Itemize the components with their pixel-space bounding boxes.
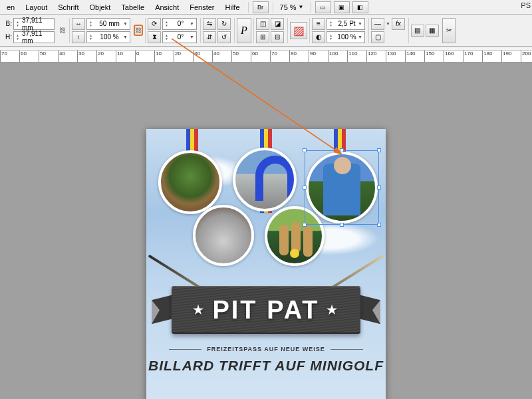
ruler-tick: 120 bbox=[366, 51, 376, 63]
opacity-input[interactable]: ▲▼100 %▼ bbox=[327, 31, 365, 43]
size-group: B: ▲▼37,911 mm H: ▲▼37,911 mm bbox=[3, 18, 55, 43]
ruler-tick: 60 bbox=[19, 51, 27, 63]
crop-button[interactable]: ✂ bbox=[442, 18, 456, 43]
chevron-down-icon: ▼ bbox=[190, 35, 194, 39]
separator bbox=[408, 18, 409, 43]
height-input[interactable]: ▲▼37,911 mm bbox=[13, 31, 55, 43]
select-content-button[interactable]: ◪ bbox=[271, 18, 284, 30]
flip-vertical-button[interactable]: ⇵ bbox=[203, 31, 216, 43]
stepper-icon: ▲▼ bbox=[329, 21, 336, 27]
rotate-cw-button[interactable]: ↻ bbox=[217, 18, 231, 30]
handle[interactable] bbox=[303, 223, 307, 227]
horizontal-ruler[interactable]: 7060504030201001020304050607080901001101… bbox=[0, 51, 532, 63]
ruler-tick: 110 bbox=[347, 51, 357, 63]
text-wrap-none-button[interactable]: ▤ bbox=[411, 25, 424, 37]
view-mode-button-1[interactable]: ▭ bbox=[315, 1, 331, 13]
zoom-value: 75 % bbox=[280, 3, 297, 11]
height-value: 37,911 mm bbox=[22, 30, 52, 45]
handle[interactable] bbox=[303, 148, 307, 152]
paragraph-style-button[interactable]: P bbox=[237, 18, 251, 43]
handle[interactable] bbox=[303, 186, 307, 190]
star-icon: ★ bbox=[193, 303, 205, 317]
constrain-proportions-wh[interactable]: ⛓ bbox=[58, 27, 67, 34]
width-value: 37,911 mm bbox=[22, 17, 52, 31]
ruler-tick: 150 bbox=[424, 51, 434, 63]
flip-horizontal-button[interactable]: ⇋ bbox=[203, 18, 216, 30]
handle[interactable] bbox=[377, 223, 381, 227]
rotate-group: ⟳ ▲▼0°▼ ⧗ ▲▼0°▼ bbox=[148, 18, 197, 43]
chevron-down-icon: ▼ bbox=[123, 35, 128, 39]
rotation-input[interactable]: ▲▼0°▼ bbox=[162, 18, 197, 30]
menu-fenster[interactable]: Fenster bbox=[184, 2, 219, 13]
menu-schrift[interactable]: Schrift bbox=[53, 2, 84, 13]
ruler-tick: 50 bbox=[231, 51, 239, 63]
ruler-tick: 80 bbox=[289, 51, 297, 63]
ruler-tick: 190 bbox=[501, 51, 511, 63]
stepper-icon: ▲▼ bbox=[16, 21, 22, 27]
select-container-button[interactable]: ◫ bbox=[256, 18, 269, 30]
handle[interactable] bbox=[377, 186, 381, 190]
rotate-ccw-button[interactable]: ↺ bbox=[217, 31, 231, 43]
fill-frame-button[interactable]: ⊟ bbox=[271, 31, 284, 43]
stroke-weight-input[interactable]: ▲▼2,5 Pt▼ bbox=[327, 18, 365, 30]
handle[interactable] bbox=[340, 223, 344, 227]
flip-group: ⇋↻ ⇵↺ bbox=[203, 18, 231, 43]
shear-input[interactable]: ▲▼0°▼ bbox=[162, 31, 197, 43]
menu-objekt[interactable]: Objekt bbox=[84, 2, 116, 13]
ruler-tick: 50 bbox=[39, 51, 46, 63]
menu-hilfe[interactable]: Hilfe bbox=[220, 2, 245, 13]
photo-circle-1[interactable] bbox=[158, 150, 222, 214]
view-mode-button-3[interactable]: ◧ bbox=[352, 1, 368, 13]
zoom-dropdown[interactable]: 75 %▼ bbox=[280, 3, 304, 11]
tagline-row: FREIZEITSPASS AUF NEUE WEISE bbox=[169, 346, 363, 352]
document-page[interactable]: ★PIT PAT★ FREIZEITSPASS AUF NEUE WEISE B… bbox=[146, 129, 386, 399]
chevron-down-icon: ▼ bbox=[299, 4, 304, 10]
scale-y-input[interactable]: ▲▼100 %▼ bbox=[86, 31, 130, 43]
ruler-tick: 170 bbox=[463, 51, 473, 63]
text-wrap-bounding-button[interactable]: ▦ bbox=[426, 25, 439, 37]
constrain-proportions-scale[interactable]: ⛓ bbox=[134, 25, 143, 36]
ruler-tick: 20 bbox=[174, 51, 181, 63]
ruler-tick: 10 bbox=[154, 51, 162, 63]
photo-circle-2[interactable] bbox=[233, 148, 297, 211]
view-mode-button-2[interactable]: ▣ bbox=[334, 1, 350, 13]
effects-button[interactable]: fx bbox=[392, 18, 405, 30]
handle[interactable] bbox=[340, 148, 344, 152]
shear-icon: ⧗ bbox=[148, 31, 161, 43]
stepper-icon: ▲▼ bbox=[16, 34, 22, 41]
canvas[interactable]: ★PIT PAT★ FREIZEITSPASS AUF NEUE WEISE B… bbox=[0, 63, 532, 399]
ruler-tick: 160 bbox=[444, 51, 454, 63]
menu-tabelle[interactable]: Tabelle bbox=[116, 2, 150, 13]
scale-y-icon: ↕ bbox=[72, 31, 85, 43]
stepper-icon: ▲▼ bbox=[89, 21, 96, 27]
stroke-style-button[interactable]: — bbox=[371, 18, 384, 30]
shear-value: 0° bbox=[178, 33, 184, 41]
opacity-value: 100 % bbox=[337, 33, 356, 41]
menubar: en Layout Schrift Objekt Tabelle Ansicht… bbox=[0, 0, 532, 15]
stroke-weight-value: 2,5 Pt bbox=[338, 20, 355, 27]
bridge-button[interactable]: Br bbox=[253, 1, 269, 13]
width-label: B: bbox=[3, 20, 12, 27]
menu-ansicht[interactable]: Ansicht bbox=[150, 2, 184, 13]
width-input[interactable]: ▲▼37,911 mm bbox=[13, 18, 55, 30]
fit-content-button[interactable]: ⊞ bbox=[256, 31, 269, 43]
menu-layout[interactable]: Layout bbox=[20, 2, 53, 13]
ruler-tick: 70 bbox=[270, 51, 277, 63]
scale-x-input[interactable]: ▲▼50 mm▼ bbox=[86, 18, 130, 30]
scale-x-value: 50 mm bbox=[99, 20, 120, 27]
title-banner: ★PIT PAT★ bbox=[161, 286, 371, 334]
ruler-tick: 0 bbox=[135, 51, 139, 63]
chevron-down-icon: ▼ bbox=[358, 35, 362, 39]
no-fill-swatch[interactable]: ▨ bbox=[290, 22, 307, 39]
opacity-icon: ◐ bbox=[312, 31, 325, 43]
handle[interactable] bbox=[377, 148, 381, 152]
misc-group: —▼fx ▢ bbox=[371, 18, 405, 43]
drop-shadow-button[interactable]: ▢ bbox=[371, 31, 384, 43]
menu-en[interactable]: en bbox=[1, 2, 20, 13]
chevron-down-icon: ▼ bbox=[386, 21, 390, 26]
selection-bounding-box[interactable] bbox=[305, 150, 379, 225]
stepper-icon: ▲▼ bbox=[329, 34, 336, 41]
ruler-tick: 60 bbox=[251, 51, 258, 63]
link-icon: ⛓ bbox=[135, 27, 142, 34]
ruler-tick: 40 bbox=[58, 51, 65, 63]
